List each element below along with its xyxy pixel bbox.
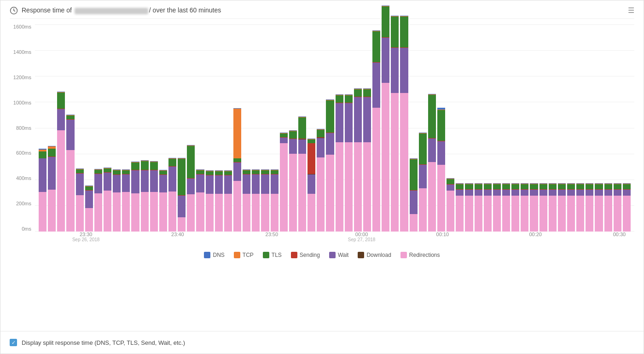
bar-group xyxy=(131,24,139,232)
bar-segment-wait xyxy=(530,190,538,196)
bar-segment-redirections xyxy=(280,143,288,232)
bar-group xyxy=(345,24,353,232)
legend-color-redirections xyxy=(400,252,407,258)
bar-segment-tls xyxy=(623,184,631,189)
bar-segment-wait xyxy=(271,174,278,194)
bar-group xyxy=(558,24,566,232)
bar-segment-redirections xyxy=(206,194,214,232)
bar-segment-redirections xyxy=(317,157,325,232)
y-label-0: 0ms xyxy=(22,226,31,232)
bar-group xyxy=(502,24,510,232)
bar-group xyxy=(215,24,223,232)
bar-segment-tls xyxy=(113,170,121,174)
bar-segment-redirections xyxy=(363,142,371,232)
bar-stack xyxy=(94,169,102,232)
bar-stack xyxy=(57,92,65,232)
bar-segment-redirections xyxy=(530,196,538,232)
chart-legend: DNS TCP TLS Sending Wait Download xyxy=(10,252,634,258)
bar-stack xyxy=(540,183,547,232)
bar-segment-tls xyxy=(317,130,325,137)
chart-title-area: Response time of / over the last 60 minu… xyxy=(10,6,221,15)
bar-segment-redirections xyxy=(400,93,408,232)
bar-segment-tls xyxy=(326,100,334,133)
bottom-section: ✓ Display split response time (DNS, TCP,… xyxy=(0,331,644,354)
bar-group xyxy=(317,24,325,232)
bar-segment-redirections xyxy=(595,196,603,232)
bar-group xyxy=(391,24,399,232)
bar-segment-wait xyxy=(604,190,612,196)
x-label-time: 00:20 xyxy=(529,232,542,237)
split-response-checkbox[interactable]: ✓ xyxy=(10,339,17,346)
bar-stack xyxy=(289,130,297,232)
bar-group xyxy=(150,24,158,232)
bar-segment-tls xyxy=(131,162,139,170)
bar-stack xyxy=(558,183,566,232)
bar-segment-tls xyxy=(159,171,167,174)
x-label-time: 00:00 xyxy=(355,232,368,237)
bar-segment-tls xyxy=(85,186,93,190)
bar-segment-redirections xyxy=(187,194,195,232)
bar-segment-redirections xyxy=(502,196,510,232)
bar-segment-redirections xyxy=(94,193,102,232)
bar-segment-redirections xyxy=(215,194,223,232)
bar-segment-redirections xyxy=(224,194,232,232)
bar-segment-tls xyxy=(521,184,528,189)
bar-segment-redirections xyxy=(372,108,380,232)
legend-color-tls xyxy=(263,252,269,258)
bar-segment-wait xyxy=(623,190,631,196)
bar-segment-wait xyxy=(289,139,297,154)
bar-group xyxy=(465,24,473,232)
bar-group xyxy=(419,24,427,232)
chart-title: Response time of / over the last 60 minu… xyxy=(22,6,221,14)
bar-segment-tls xyxy=(243,170,250,174)
bar-segment-redirections xyxy=(456,196,464,232)
bar-segment-redirections xyxy=(141,192,149,232)
bar-stack xyxy=(298,116,306,232)
bar-segment-tls xyxy=(530,184,538,189)
bar-segment-wait xyxy=(187,179,195,194)
bar-segment-wait xyxy=(168,167,176,192)
bar-segment-tls xyxy=(196,170,204,174)
bar-segment-wait xyxy=(150,170,158,192)
bar-segment-wait xyxy=(122,174,130,192)
bar-stack xyxy=(456,183,464,232)
bar-segment-tls xyxy=(345,95,353,103)
bar-segment-tls xyxy=(540,184,547,189)
bar-segment-wait xyxy=(576,190,584,196)
y-label-800: 800ms xyxy=(16,126,31,131)
bar-stack xyxy=(307,139,315,232)
bar-segment-redirections xyxy=(336,142,343,232)
bar-segment-redirections xyxy=(233,181,241,232)
bar-group xyxy=(271,24,278,232)
bar-segment-tls xyxy=(224,171,232,175)
bar-group xyxy=(280,24,288,232)
bar-group xyxy=(354,24,362,232)
bar-segment-tls xyxy=(261,170,269,174)
bar-segment-wait xyxy=(540,190,547,196)
bar-segment-wait xyxy=(465,190,473,196)
bar-segment-wait xyxy=(511,190,519,196)
bar-segment-wait xyxy=(233,162,241,181)
bar-stack xyxy=(150,161,158,232)
bar-segment-redirections xyxy=(465,196,473,232)
bar-segment-wait xyxy=(493,190,501,196)
bar-stack xyxy=(549,183,557,232)
bar-segment-tls xyxy=(465,184,473,189)
bar-stack xyxy=(243,169,250,232)
bar-segment-redirections xyxy=(586,196,593,232)
expand-button[interactable]: ☰ xyxy=(628,6,634,15)
bar-segment-tls xyxy=(168,159,176,166)
bar-group xyxy=(400,24,408,232)
y-label-1400: 1400ms xyxy=(13,50,31,55)
bar-stack xyxy=(168,158,176,232)
bar-segment-wait xyxy=(336,103,343,142)
x-label-time: 23:40 xyxy=(171,232,184,237)
bar-group xyxy=(307,24,315,232)
bar-segment-redirections xyxy=(511,196,519,232)
bar-segment-tls xyxy=(614,184,621,189)
bar-segment-wait xyxy=(39,158,46,192)
bar-segment-tls xyxy=(141,161,149,170)
bar-group xyxy=(159,24,167,232)
bar-group xyxy=(586,24,593,232)
y-axis: 1600ms 1400ms 1200ms 1000ms 800ms 600ms … xyxy=(10,24,35,245)
